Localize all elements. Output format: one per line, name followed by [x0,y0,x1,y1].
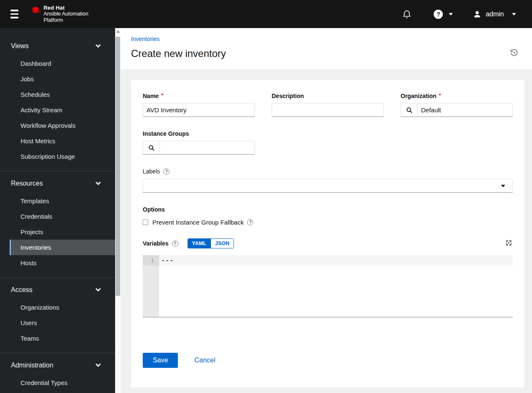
sidebar-item-users[interactable]: Users [0,315,115,331]
user-icon [473,10,481,18]
scrollbar-thumb[interactable] [116,37,120,296]
sidebar-item-credential-types[interactable]: Credential Types [0,375,115,390]
editor-expand-button[interactable] [505,239,513,248]
history-icon [509,48,519,57]
variables-code-editor: 1 --- [143,255,513,318]
nav-group-access[interactable]: Access [0,280,115,300]
help-icon[interactable]: ? [172,240,178,247]
nav-group-label: Administration [11,362,53,369]
save-button[interactable]: Save [143,353,178,368]
sidebar-item-templates[interactable]: Templates [0,193,115,209]
instance-groups-input[interactable] [160,141,255,155]
name-label: Name * [143,93,255,99]
nav-section-views: Views Dashboard Jobs Schedules Activity … [0,36,115,171]
sidebar-item-teams[interactable]: Teams [0,331,115,346]
expand-arrows-icon [506,240,512,246]
nav-toggle-button[interactable] [8,7,21,21]
description-input[interactable] [272,103,384,117]
sidebar-item-host-metrics[interactable]: Host Metrics [0,133,115,149]
chevron-down-icon [95,286,101,292]
user-menu-button[interactable]: admin [471,8,518,20]
cancel-button[interactable]: Cancel [192,356,218,365]
help-menu-button[interactable]: ? [432,8,455,21]
chevron-down-icon [449,13,453,16]
breadcrumb-inventories-link[interactable]: Inventories [131,36,159,42]
help-icon[interactable]: ? [247,219,253,225]
scroll-up-arrow-icon[interactable] [116,30,120,33]
line-number: 1 [143,255,159,266]
chevron-down-icon [95,362,101,367]
sidebar-item-projects[interactable]: Projects [0,224,115,240]
labels-field-group: Labels ? [143,168,513,193]
nav-group-label: Access [11,286,33,294]
activity-history-button[interactable] [509,47,519,59]
search-icon [406,107,413,114]
app-root: Red Hat Ansible Automation Platform ? [0,0,532,393]
sidebar-item-organizations[interactable]: Organizations [0,300,115,315]
instance-groups-search-button[interactable] [143,141,160,155]
chevron-down-icon [95,42,101,48]
username-label: admin [486,10,504,18]
nav-group-administration[interactable]: Administration [0,356,115,375]
labels-select[interactable] [143,179,513,193]
sidebar-item-hosts[interactable]: Hosts [0,255,115,271]
labels-label: Labels ? [143,168,513,175]
bell-icon [403,10,411,19]
help-icon[interactable]: ? [163,168,170,175]
header-actions: ? admin [401,8,532,21]
prevent-instance-group-fallback-checkbox[interactable] [143,220,148,225]
name-input[interactable] [143,103,255,117]
sidebar: Views Dashboard Jobs Schedules Activity … [0,28,115,393]
search-icon [148,145,155,151]
nav-group-label: Resources [11,180,43,187]
organization-input[interactable] [418,103,513,117]
chevron-down-icon [95,180,101,185]
page-title: Create new inventory [131,48,519,59]
required-asterisk: * [439,92,441,98]
instance-groups-field-group: Instance Groups [143,130,255,155]
nav-section-resources: Resources Templates Credentials Projects… [0,171,115,277]
body-row: Views Dashboard Jobs Schedules Activity … [0,28,532,393]
yaml-toggle-button[interactable]: YAML [188,239,211,248]
page-header: Inventories Create new inventory [121,28,532,70]
sidebar-item-schedules[interactable]: Schedules [0,87,115,102]
page-body: Name * Description [121,70,532,393]
form-actions: Save Cancel [143,353,513,368]
sidebar-item-activity-stream[interactable]: Activity Stream [0,102,115,118]
prevent-fallback-option: Prevent Instance Group Fallback ? [143,219,513,226]
organization-field-group: Organization * [401,93,513,117]
variables-header-row: Variables ? YAML JSON [143,238,513,248]
nav-group-resources[interactable]: Resources [0,174,115,193]
inventory-form-card: Name * Description [131,80,524,388]
options-section: Options Prevent Instance Group Fallback … [143,206,513,226]
hamburger-icon [10,10,18,11]
brand-logo: Red Hat Ansible Automation Platform [30,5,88,24]
sidebar-item-dashboard[interactable]: Dashboard [0,56,115,71]
organization-search-button[interactable] [401,103,418,117]
organization-label: Organization * [401,93,513,99]
options-heading: Options [143,206,513,213]
form-row-1: Name * Description [143,93,513,117]
sidebar-item-subscription-usage[interactable]: Subscription Usage [0,149,115,164]
description-field-group: Description [272,93,384,117]
nav-group-views[interactable]: Views [0,36,115,56]
sidebar-item-jobs[interactable]: Jobs [0,71,115,87]
redhat-fedora-icon [30,6,42,14]
prevent-fallback-label: Prevent Instance Group Fallback [152,219,244,226]
form-row-2: Instance Groups [143,130,513,155]
notifications-button[interactable] [401,8,413,21]
editor-line-1[interactable]: --- [159,255,513,266]
description-label: Description [272,93,384,99]
organization-lookup [401,103,513,117]
sidebar-scrollbar[interactable] [115,28,121,393]
question-circle-icon: ? [434,10,443,19]
brand-text: Red Hat Ansible Automation Platform [44,5,88,24]
sidebar-item-credentials[interactable]: Credentials [0,209,115,224]
sidebar-item-workflow-approvals[interactable]: Workflow Approvals [0,118,115,133]
sidebar-item-inventories[interactable]: Inventories [10,240,115,255]
editor-gutter: 1 [143,255,159,317]
json-toggle-button[interactable]: JSON [211,239,234,248]
name-field-group: Name * [143,93,255,117]
nav-section-administration: Administration Credential Types [0,353,115,393]
editor-content-area[interactable]: --- [159,255,513,317]
